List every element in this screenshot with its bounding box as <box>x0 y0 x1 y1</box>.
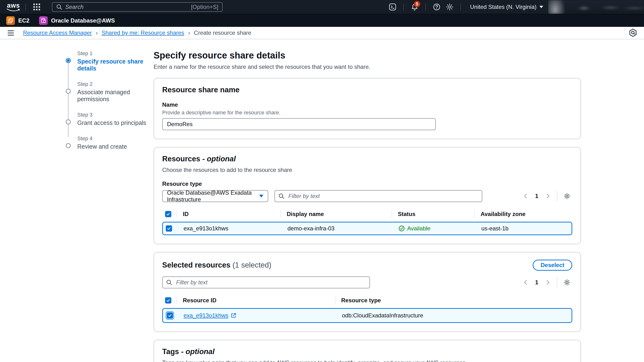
settings-button[interactable] <box>443 0 456 14</box>
column-header-id[interactable]: ID <box>176 210 280 218</box>
column-header-status[interactable]: Status <box>392 210 474 218</box>
page-subtitle: Enter a name for the resource share and … <box>154 63 581 70</box>
favorite-oracle-database[interactable]: Oracle Database@AWS <box>39 16 115 25</box>
divider <box>557 277 558 288</box>
steps-nav: Step 1 Specify resource share details St… <box>66 50 154 362</box>
global-search[interactable]: [Option+S] <box>52 2 223 12</box>
card-resource-share-name: Resource share name Name Provide a descr… <box>154 78 581 139</box>
status-available-icon <box>398 225 405 232</box>
select-all-checkbox[interactable] <box>165 297 171 304</box>
divider <box>403 3 404 10</box>
next-page-button[interactable] <box>543 191 552 201</box>
step-radio <box>66 143 71 148</box>
table-preferences-button[interactable] <box>562 277 572 288</box>
step-item-2[interactable]: Step 2 Associate managed permissions <box>66 81 154 103</box>
apps-grid-button[interactable] <box>30 0 43 14</box>
breadcrumb-link-shared-by-me[interactable]: Shared by me: Resource shares <box>102 29 184 36</box>
column-header-display-name[interactable]: Display name <box>280 210 392 218</box>
card-selected-resources: Selected resources (1 selected) Deselect <box>154 252 581 332</box>
step-radio-active <box>66 58 71 63</box>
selected-table-row[interactable]: exa_e913o1khws odb:CloudExadataInfrastru… <box>162 308 572 323</box>
cell-id: exa_e913o1khws <box>177 225 281 232</box>
page-number[interactable]: 1 <box>532 279 541 286</box>
card-title: Resources - optional <box>162 155 572 163</box>
column-header-availability-zone[interactable]: Availability zone <box>474 210 572 218</box>
favorite-label: EC2 <box>18 17 30 24</box>
gear-icon <box>446 3 453 10</box>
selected-table-header: Resource ID Resource type <box>162 295 572 306</box>
step-item-4[interactable]: Step 4 Review and create <box>66 135 154 150</box>
step-item-1[interactable]: Step 1 Specify resource share details <box>66 50 154 72</box>
previous-page-button[interactable] <box>521 278 530 287</box>
cell-availability-zone: us-east-1b <box>475 225 572 232</box>
card-description: Tags are key-value pairs that you can ad… <box>162 359 572 362</box>
resources-table-row[interactable]: exa_e913o1khws demo-exa-infra-03 Availab… <box>162 222 572 235</box>
top-navigation-bar: aws [Option+S] <box>0 0 644 14</box>
resources-filter-input[interactable] <box>274 190 482 202</box>
previous-page-button[interactable] <box>521 191 530 201</box>
selected-pagination: 1 <box>521 277 572 288</box>
name-input[interactable] <box>162 118 436 130</box>
name-label: Name <box>162 101 572 108</box>
region-selector[interactable]: United States (N. Virginia) <box>465 0 548 14</box>
notification-badge: 5 <box>414 1 420 7</box>
page-content: Step 1 Specify resource share details St… <box>0 39 644 362</box>
card-tags: Tags - optional Tags are key-value pairs… <box>154 340 581 362</box>
check-icon <box>166 298 170 303</box>
table-preferences-button[interactable] <box>562 191 572 201</box>
deselect-button[interactable]: Deselect <box>533 260 572 271</box>
column-header-resource-id[interactable]: Resource ID <box>176 296 335 305</box>
resource-id-link[interactable]: exa_e913o1khws <box>184 312 236 319</box>
breadcrumb-current: Create resource share <box>194 29 251 36</box>
amazon-q-button[interactable] <box>629 28 637 37</box>
hamburger-icon <box>8 30 14 31</box>
favorites-bar: EC2 Oracle Database@AWS <box>0 14 644 27</box>
resource-type-select[interactable]: Oracle Database@AWS Exadata Infrastructu… <box>162 190 268 202</box>
external-link-icon <box>230 312 236 319</box>
search-icon <box>166 279 172 286</box>
divider <box>460 3 461 10</box>
page-number[interactable]: 1 <box>532 193 541 199</box>
help-button[interactable] <box>430 0 443 14</box>
cell-status: Available <box>392 225 475 232</box>
column-header-resource-type[interactable]: Resource type <box>335 296 572 305</box>
chevron-down-icon <box>540 6 543 8</box>
cloudshell-button[interactable] <box>386 0 399 14</box>
check-icon <box>167 226 171 231</box>
notifications-button[interactable]: 5 <box>408 0 421 14</box>
amazon-q-icon <box>629 28 637 37</box>
checkbox-focus-ring <box>166 312 174 320</box>
row-checkbox[interactable] <box>167 312 173 319</box>
row-checkbox[interactable] <box>166 225 172 232</box>
next-page-button[interactable] <box>543 278 552 287</box>
aws-logo[interactable]: aws <box>6 3 21 11</box>
side-menu-button[interactable] <box>6 29 15 37</box>
search-input[interactable] <box>65 3 188 10</box>
select-all-checkbox[interactable] <box>165 211 171 217</box>
topbar-right-controls: 5 United States (N. Virginia) <box>386 0 644 14</box>
step-item-3[interactable]: Step 3 Grant access to principals <box>66 112 154 126</box>
breadcrumb-bar: Resource Access Manager › Shared by me: … <box>0 27 644 39</box>
cell-resource-type: odb:CloudExadataInfrastructure <box>336 312 572 319</box>
page-title: Specify resource share details <box>154 50 581 61</box>
card-resources: Resources - optional Choose the resource… <box>154 147 581 244</box>
apps-grid-icon <box>33 3 40 10</box>
breadcrumb: Resource Access Manager › Shared by me: … <box>23 29 251 37</box>
selected-count: (1 selected) <box>232 261 271 269</box>
divider <box>426 3 426 10</box>
aws-smile-arc <box>6 8 20 11</box>
breadcrumb-link-ram[interactable]: Resource Access Manager <box>23 29 92 36</box>
favorite-label: Oracle Database@AWS <box>51 17 115 24</box>
cloudshell-icon <box>389 3 396 10</box>
redacted-account-area <box>548 0 644 14</box>
resources-table-header: ID Display name Status Availability zone <box>162 208 572 220</box>
resources-filter <box>274 190 482 202</box>
gear-icon <box>564 279 570 286</box>
favorite-ec2[interactable]: EC2 <box>6 16 30 25</box>
caret-down-icon <box>259 195 264 198</box>
search-icon <box>56 4 62 10</box>
resource-type-label: Resource type <box>162 181 572 187</box>
selected-filter-input[interactable] <box>162 276 370 288</box>
breadcrumb-separator: › <box>96 29 98 37</box>
status-badge: Available <box>407 225 430 232</box>
